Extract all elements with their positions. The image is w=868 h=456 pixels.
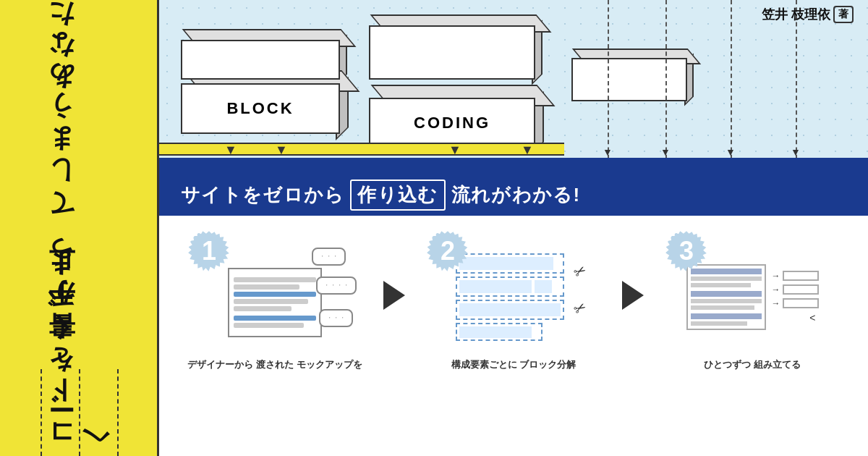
decomp-fill-2b xyxy=(535,280,552,293)
decomp-fill-4 xyxy=(459,326,532,338)
step1-number: 1 xyxy=(202,236,216,266)
decomp-fill-1 xyxy=(459,257,553,270)
arrow-1 xyxy=(383,281,405,310)
yellow-horizontal-stripe xyxy=(159,143,564,156)
assembly-main xyxy=(686,264,766,330)
doc-line-6 xyxy=(234,316,316,321)
author-badge: 著 xyxy=(833,6,854,23)
dash-line-3 xyxy=(117,369,119,456)
scissors-top: ✂ xyxy=(570,261,590,282)
step3-label: ひとつずつ 組み立てる xyxy=(704,358,801,373)
asm-block-2 xyxy=(783,284,819,295)
decomp-fill-2 xyxy=(459,280,532,293)
blue-banner-content: サイトをゼロから 作り込む 流れがわかる! xyxy=(159,174,868,216)
block-box-2: CODING xyxy=(369,98,535,148)
decomp-block-4 xyxy=(456,323,542,341)
asm-block-1 xyxy=(783,271,819,281)
arrow-2 xyxy=(622,281,644,310)
asm-arrow-2: → xyxy=(772,284,780,295)
asm-line-3 xyxy=(691,283,751,287)
author-name: 笠井 枝理依 xyxy=(762,6,830,23)
down-arrow-6: ▼ xyxy=(660,146,671,158)
asm-line-7 xyxy=(691,313,762,319)
dash-line-1 xyxy=(41,369,42,456)
speech-bubble-1: ・・・ xyxy=(312,248,346,266)
step2-label: 構成要素ごとに ブロック分解 xyxy=(451,358,576,373)
doc-line-3 xyxy=(234,292,316,297)
down-arrow-1: ▼ xyxy=(224,143,237,158)
assembly-right: → → → < xyxy=(772,271,819,324)
asm-block-3 xyxy=(783,298,819,308)
step-3: 3 → xyxy=(658,230,846,373)
top-box-2 xyxy=(369,25,535,80)
banner-text-1: サイトをゼロから xyxy=(181,182,344,208)
block-box-1: BLOCK xyxy=(181,83,340,134)
top-box-front-1 xyxy=(181,40,340,80)
asm-line-4 xyxy=(691,291,762,297)
doc-line-2 xyxy=(234,284,299,290)
doc-line-7 xyxy=(234,323,304,328)
asm-line-2 xyxy=(691,276,762,281)
step1-doc: ・・・ ・・・・ ・・・ xyxy=(228,268,322,337)
speech-bubble-3: ・・・ xyxy=(319,309,353,327)
down-arrow-2: ▼ xyxy=(275,143,288,158)
top-box-3 xyxy=(571,58,687,101)
asm-line-5 xyxy=(691,299,762,303)
doc-line-5 xyxy=(234,306,292,311)
top-box-1 xyxy=(181,40,340,80)
top-box-front-3 xyxy=(571,58,687,101)
asm-line-6 xyxy=(691,305,754,310)
asm-row-3: → xyxy=(772,298,819,308)
decomp-fill-3 xyxy=(459,303,561,316)
dash-line-2 xyxy=(79,369,80,456)
author-area: 笠井 枝理依 著 xyxy=(762,6,854,23)
banner-text-3: 流れがわかる! xyxy=(451,182,581,208)
arrow-1-shape xyxy=(383,281,405,310)
step-1: 1 ・・・ ・・・・ ・・・ デザイナ xyxy=(181,230,369,373)
blue-horizontal-bar xyxy=(159,158,868,174)
asm-line-8 xyxy=(691,321,747,326)
doc-line-1 xyxy=(234,277,316,282)
block-front-face-1: BLOCK xyxy=(181,83,340,134)
decomp-block-1 xyxy=(456,253,564,274)
down-arrow-8: ▼ xyxy=(791,146,801,158)
block-front-face-2: CODING xyxy=(369,98,535,148)
speech-bubble-2: ・・・・ xyxy=(316,276,357,295)
decomp-block-2 xyxy=(456,276,564,297)
asm-row-2: → xyxy=(772,284,819,295)
doc-line-4 xyxy=(234,299,308,304)
asm-row-1: → xyxy=(772,271,819,281)
less-than-icon: < xyxy=(772,312,819,324)
asm-arrow-3: → xyxy=(772,298,780,308)
down-arrow-4: ▼ xyxy=(521,143,534,158)
scissors-bottom: ✂ xyxy=(570,297,590,318)
step-2: 2 ✂ ✂ xyxy=(420,230,608,373)
step2-number: 2 xyxy=(441,236,455,266)
top-box-front-2 xyxy=(369,25,535,80)
left-dashes xyxy=(0,369,159,456)
asm-arrow-1: → xyxy=(772,271,780,281)
down-arrow-5: ▼ xyxy=(603,146,613,158)
arrow-2-shape xyxy=(622,281,644,310)
asm-line-1 xyxy=(691,269,762,274)
step1-label: デザイナーから 渡された モックアップを xyxy=(187,358,362,373)
decomp-block-3 xyxy=(456,300,564,320)
banner-text: サイトをゼロから 作り込む 流れがわかる! xyxy=(181,180,580,211)
down-arrow-7: ▼ xyxy=(726,146,736,158)
blocks-area: BLOCK CODING xyxy=(159,25,868,174)
step3-number: 3 xyxy=(679,236,694,266)
main-area: 笠井 枝理依 著 BLOCK CODING xyxy=(159,0,868,456)
blue-banner: サイトをゼロから 作り込む 流れがわかる! xyxy=(159,174,868,216)
steps-section: 1 ・・・ ・・・・ ・・・ デザイナ xyxy=(159,216,868,456)
banner-highlight: 作り込む xyxy=(350,180,445,211)
down-arrow-3: ▼ xyxy=(448,143,461,158)
